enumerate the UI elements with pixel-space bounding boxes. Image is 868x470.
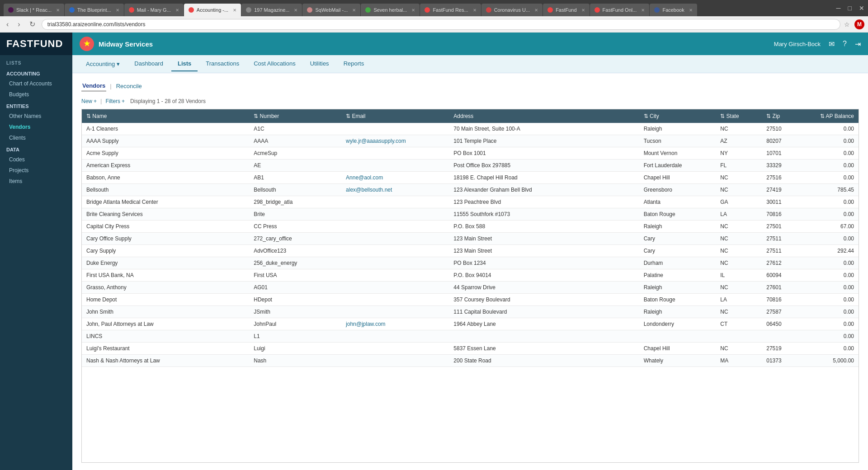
cell-row7-col2 xyxy=(341,208,449,221)
browser-tab-9[interactable]: FastFund✕ xyxy=(543,4,589,16)
top-nav: ★ Midway Services Mary Girsch-Bock ✉ ? ⇥ xyxy=(72,33,868,55)
col-address-label: Address xyxy=(453,113,473,119)
filters-button[interactable]: Filters + xyxy=(105,98,125,104)
tab-close-4[interactable]: ✕ xyxy=(294,8,297,13)
table-row[interactable]: Home DepotHDepot357 Coursey BoulevardBat… xyxy=(82,294,859,306)
tab-close-2[interactable]: ✕ xyxy=(175,8,179,13)
sub-nav-cost-allocations[interactable]: Cost Allocations xyxy=(247,56,302,71)
tab-close-0[interactable]: ✕ xyxy=(56,8,60,13)
table-row[interactable]: Capital City PressCC PressP.O. Box 588Ra… xyxy=(82,221,859,233)
forward-btn[interactable]: › xyxy=(15,19,23,29)
table-row[interactable]: Nash & Nash Attorneys at LawNash200 Stat… xyxy=(82,355,859,367)
tab-close-6[interactable]: ✕ xyxy=(411,8,415,13)
reload-btn[interactable]: ↻ xyxy=(27,19,38,29)
table-row[interactable]: Babson, AnneAB1Anne@aol.com18198 E. Chap… xyxy=(82,172,859,184)
sidebar-item-vendors[interactable]: Vendors xyxy=(0,122,72,132)
sidebar-item-chart-of-accounts[interactable]: Chart of Accounts xyxy=(0,78,72,89)
table-row[interactable]: Grasso, AnthonyAG0144 Sparrow DriveRalei… xyxy=(82,282,859,294)
sub-nav-accounting[interactable]: Accounting ▾ xyxy=(80,57,126,71)
browser-tab-4[interactable]: 197 Magazine...✕ xyxy=(241,4,302,16)
col-header-address[interactable]: Address xyxy=(449,109,639,123)
table-row[interactable]: Brite Cleaning ServicesBrite11555 Southf… xyxy=(82,208,859,221)
tab-close-11[interactable]: ✕ xyxy=(689,8,693,13)
tab-favicon-4 xyxy=(246,7,251,13)
sidebar-item-clients[interactable]: Clients xyxy=(0,132,72,143)
cell-row10-col3: 123 Main Street xyxy=(449,245,639,257)
browser-tab-5[interactable]: SqWebMail -...✕ xyxy=(302,4,360,16)
logout-icon[interactable]: ⇥ xyxy=(855,40,861,48)
browser-tab-8[interactable]: Coronavirus U...✕ xyxy=(481,4,542,16)
address-input[interactable] xyxy=(42,19,840,30)
browser-tab-7[interactable]: FastFund Res...✕ xyxy=(420,4,481,16)
cell-row3-col2 xyxy=(341,160,449,172)
back-btn[interactable]: ‹ xyxy=(4,19,11,29)
cell-row5-col4: Greensboro xyxy=(639,184,716,196)
table-row[interactable]: John SmithJSmith111 Capital BoulevardRal… xyxy=(82,306,859,318)
table-row[interactable]: Luigi's RestaurantLuigi5837 Essen LaneCh… xyxy=(82,343,859,355)
accounting-label: Accounting xyxy=(86,61,115,67)
close-btn[interactable]: ✕ xyxy=(859,5,864,12)
sub-nav-lists[interactable]: Lists xyxy=(171,56,198,71)
browser-tab-6[interactable]: Seven herbal...✕ xyxy=(361,4,420,16)
tab-close-5[interactable]: ✕ xyxy=(352,8,356,13)
sidebar-item-budgets[interactable]: Budgets xyxy=(0,89,72,100)
sidebar-item-codes[interactable]: Codes xyxy=(0,154,72,165)
browser-tab-3[interactable]: Accounting -...✕ xyxy=(184,4,241,16)
tab-close-7[interactable]: ✕ xyxy=(473,8,476,13)
table-row[interactable]: First USA Bank, NAFirst USAP.O. Box 9401… xyxy=(82,269,859,282)
cell-row1-col6: 80207 xyxy=(762,135,816,147)
cell-row18-col7: 0.00 xyxy=(816,343,859,355)
filters-label: Filters xyxy=(105,98,120,104)
sub-nav-reports[interactable]: Reports xyxy=(337,56,371,71)
browser-tab-2[interactable]: Mail - Mary G...✕ xyxy=(124,4,184,16)
vendors-table-container[interactable]: ⇅ Name ⇅ Number ⇅ Email Address xyxy=(81,109,859,463)
sidebar-item-items[interactable]: Items xyxy=(0,176,72,187)
sub-nav-dashboard[interactable]: Dashboard xyxy=(128,56,170,71)
col-header-state[interactable]: ⇅ State xyxy=(716,109,762,123)
table-row[interactable]: BellsouthBellsouthalex@bellsouth.net123 … xyxy=(82,184,859,196)
cell-row6-col4: Atlanta xyxy=(639,196,716,208)
table-row[interactable]: John, Paul Attorneys at LawJohnPauljohn@… xyxy=(82,318,859,330)
new-button[interactable]: New + xyxy=(81,98,97,104)
sub-nav-utilities[interactable]: Utilities xyxy=(304,56,335,71)
browser-tab-11[interactable]: Facebook✕ xyxy=(650,4,697,16)
browser-tab-0[interactable]: Slack | * Reac...✕ xyxy=(4,4,64,16)
tab-vendors[interactable]: Vendors xyxy=(81,80,106,91)
sub-nav-transactions[interactable]: Transactions xyxy=(199,56,245,71)
table-row[interactable]: Cary Office Supply272_cary_office123 Mai… xyxy=(82,233,859,245)
cell-row1-col1: AAAA xyxy=(249,135,341,147)
bookmark-icon[interactable]: ☆ xyxy=(844,21,850,28)
col-header-name[interactable]: ⇅ Name xyxy=(82,109,249,123)
col-header-city[interactable]: ⇅ City xyxy=(639,109,716,123)
col-header-email[interactable]: ⇅ Email xyxy=(341,109,449,123)
minimize-btn[interactable]: ─ xyxy=(836,5,841,12)
table-row[interactable]: American ExpressAEPost Office Box 297885… xyxy=(82,160,859,172)
tab-reconcile[interactable]: Reconcile xyxy=(115,81,143,91)
tab-close-3[interactable]: ✕ xyxy=(233,8,236,13)
sidebar-item-projects[interactable]: Projects xyxy=(0,165,72,176)
sidebar-item-other-names[interactable]: Other Names xyxy=(0,111,72,122)
table-row[interactable]: Acme SupplyAcmeSupPO Box 1001Mount Verno… xyxy=(82,147,859,160)
table-row[interactable]: Bridge Atlanta Medical Center298_bridge_… xyxy=(82,196,859,208)
avatar-icon[interactable]: M xyxy=(854,19,864,29)
col-header-number[interactable]: ⇅ Number xyxy=(249,109,341,123)
col-header-zip[interactable]: ⇅ Zip xyxy=(762,109,816,123)
table-row[interactable]: Duke Energy256_duke_energyPO Box 1234Dur… xyxy=(82,257,859,269)
maximize-btn[interactable]: □ xyxy=(848,5,852,12)
cell-row2-col4: Mount Vernon xyxy=(639,147,716,160)
browser-tab-10[interactable]: FastFund Onl...✕ xyxy=(590,4,650,16)
table-row[interactable]: A-1 CleanersA1C70 Main Street, Suite 100… xyxy=(82,123,859,135)
tab-close-8[interactable]: ✕ xyxy=(534,8,538,13)
table-row[interactable]: Cary SupplyAdvOffice123123 Main StreetCa… xyxy=(82,245,859,257)
mail-icon[interactable]: ✉ xyxy=(829,40,835,48)
col-header-balance[interactable]: ⇅ AP Balance xyxy=(816,109,859,123)
table-row[interactable]: LINCSL10.00 xyxy=(82,330,859,343)
browser-tab-1[interactable]: The Blueprint...✕ xyxy=(65,4,124,16)
browser-tabs: Slack | * Reac...✕The Blueprint...✕Mail … xyxy=(4,0,834,16)
help-icon[interactable]: ? xyxy=(843,40,847,48)
table-row[interactable]: AAAA SupplyAAAAwyle.jr@aaaasupply.com101… xyxy=(82,135,859,147)
tab-close-1[interactable]: ✕ xyxy=(116,8,119,13)
cell-row7-col4: Baton Rouge xyxy=(639,208,716,221)
tab-close-9[interactable]: ✕ xyxy=(581,8,585,13)
tab-close-10[interactable]: ✕ xyxy=(641,8,645,13)
